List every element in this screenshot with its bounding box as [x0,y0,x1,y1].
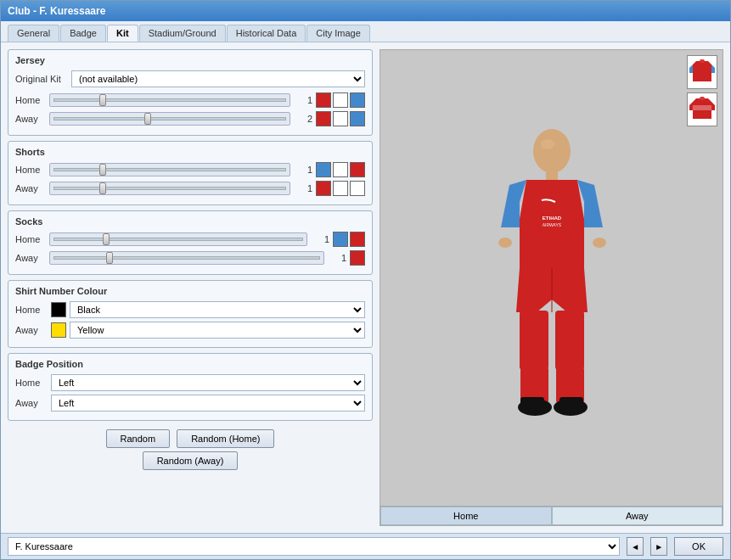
random-home-button[interactable]: Random (Home) [177,429,274,448]
window-title: Club - F. Kuressaare [8,5,105,17]
next-button[interactable]: ► [650,537,667,556]
kit-preview-area: ETIHAD AIRWAYS [380,50,723,506]
shorts-home-row: Home 1 [15,162,365,177]
shorts-home-color3[interactable] [350,162,365,177]
shorts-title: Shorts [15,147,365,157]
jersey-away-color1[interactable] [316,111,331,126]
jersey-away-colors [316,111,365,126]
jersey-home-slider-container [49,93,290,107]
mini-kit-away-svg [689,95,715,124]
shirt-num-away-row: Away Yellow Black White Red [15,322,365,339]
badge-home-select[interactable]: Left Right Center None [51,374,365,391]
main-window: Club - F. Kuressaare General Badge Kit S… [0,0,731,560]
shorts-away-color1[interactable] [316,181,331,196]
svg-rect-3 [700,59,705,63]
socks-home-slider-container [49,232,307,246]
shorts-section: Shorts Home 1 Away [8,141,373,205]
svg-marker-5 [689,102,693,110]
socks-away-label: Away [15,253,46,263]
shorts-home-colors [316,162,365,177]
tab-historical[interactable]: Historical Data [227,25,306,42]
shirt-num-home-select-group: Black White Yellow Red [51,301,365,318]
shorts-away-color3[interactable] [350,181,365,196]
shorts-home-slider[interactable] [53,164,286,176]
svg-rect-12 [546,170,558,180]
shorts-away-row: Away 1 [15,181,365,196]
kit-preview-buttons: Home Away [380,506,723,525]
shorts-away-slider[interactable] [53,182,286,194]
ok-button[interactable]: OK [674,537,723,556]
shorts-home-label: Home [15,165,46,175]
shorts-away-colors [316,181,365,196]
badge-position-title: Badge Position [15,359,365,369]
shirt-num-home-select[interactable]: Black White Yellow Red [70,301,365,318]
svg-point-29 [498,238,512,248]
left-panel: Jersey Original Kit (not available) Home… [8,49,373,526]
shorts-home-value: 1 [294,165,312,175]
mini-kit-away[interactable] [687,92,717,126]
shorts-away-color2[interactable] [333,181,348,196]
badge-away-select[interactable]: Left Right Center None [51,395,365,412]
tab-kit[interactable]: Kit [107,25,138,42]
shorts-away-label: Away [15,183,46,193]
jersey-home-color3[interactable] [350,92,365,108]
socks-title: Socks [15,216,365,227]
svg-rect-26 [520,397,544,411]
jersey-home-color2[interactable] [333,92,348,108]
jersey-away-color3[interactable] [350,111,365,126]
svg-rect-22 [555,311,584,370]
right-panel: ETIHAD AIRWAYS [380,49,723,526]
prev-button[interactable]: ◄ [627,537,644,556]
original-kit-select[interactable]: (not available) [71,70,365,87]
socks-home-value: 1 [311,234,329,244]
random-away-button[interactable]: Random (Away) [143,451,239,470]
preview-home-btn[interactable]: Home [380,507,552,525]
original-kit-row: Original Kit (not available) [15,70,365,87]
socks-away-color1[interactable] [350,250,365,266]
shorts-away-value: 1 [294,183,312,193]
tab-stadium[interactable]: Stadium/Ground [139,25,226,42]
socks-home-color1[interactable] [333,232,348,247]
jersey-home-row: Home 1 [15,92,365,108]
svg-rect-21 [520,311,548,370]
svg-rect-7 [693,105,711,110]
jersey-away-slider[interactable] [53,113,286,125]
svg-marker-1 [689,64,693,73]
shirt-num-away-select[interactable]: Yellow Black White Red [70,322,365,339]
socks-home-slider[interactable] [53,233,303,245]
title-bar: Club - F. Kuressaare [1,1,730,21]
shirt-num-home-label: Home [15,305,46,315]
main-content: Jersey Original Kit (not available) Home… [1,42,730,533]
socks-away-value: 1 [328,253,346,263]
location-select[interactable]: F. Kuressaare [8,537,620,556]
preview-away-btn[interactable]: Away [552,507,723,525]
svg-rect-28 [559,397,583,411]
socks-home-colors [333,232,365,247]
socks-home-color2[interactable] [350,232,365,247]
original-kit-label: Original Kit [15,74,66,84]
jersey-away-label: Away [15,114,46,124]
tab-badge[interactable]: Badge [60,25,106,42]
svg-marker-2 [711,64,715,73]
player-figure: ETIHAD AIRWAYS [467,117,637,440]
jersey-home-slider[interactable] [53,94,286,106]
svg-rect-8 [700,97,705,100]
shirt-num-home-row: Home Black White Yellow Red [15,301,365,318]
jersey-away-row: Away 2 [15,111,365,126]
jersey-home-color1[interactable] [316,92,331,108]
socks-away-slider[interactable] [53,252,320,264]
random-button[interactable]: Random [106,429,171,448]
badge-home-label: Home [15,378,46,388]
badge-away-row: Away Left Right Center None [15,395,365,412]
jersey-section: Jersey Original Kit (not available) Home… [8,49,373,136]
shorts-home-color1[interactable] [316,162,331,177]
tab-city[interactable]: City Image [306,25,370,42]
jersey-away-slider-container [49,112,290,126]
mini-kits [687,55,717,126]
badge-away-label: Away [15,398,46,408]
jersey-away-color2[interactable] [333,111,348,126]
socks-away-slider-container [49,251,324,265]
tab-general[interactable]: General [8,25,59,42]
shorts-home-color2[interactable] [333,162,348,177]
mini-kit-home[interactable] [687,55,717,89]
